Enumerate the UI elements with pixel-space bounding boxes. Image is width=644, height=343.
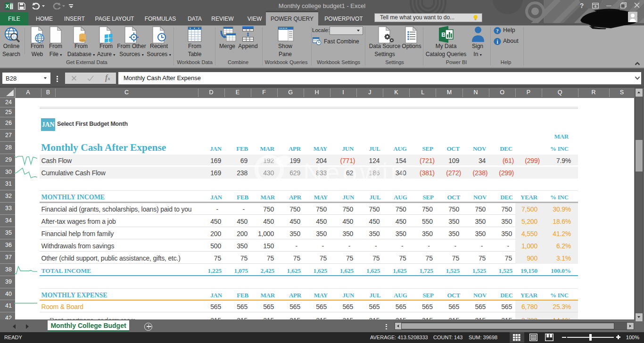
- svg-text:X: X: [6, 3, 9, 9]
- svg-text:?: ?: [496, 28, 499, 33]
